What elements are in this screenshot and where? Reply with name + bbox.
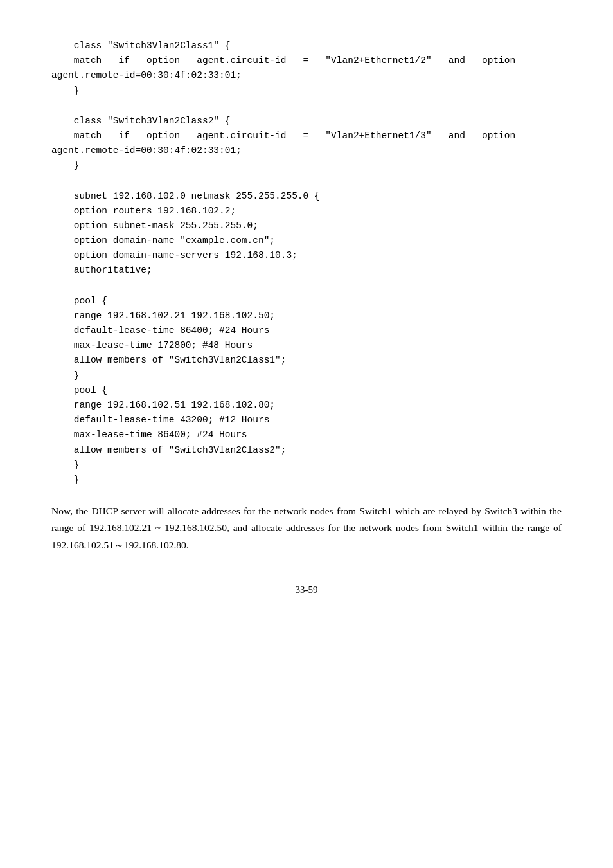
prose-text: Now, the DHCP server will allocate addre… — [51, 503, 562, 554]
code-section-3: subnet 192.168.102.0 netmask 255.255.255… — [51, 189, 562, 278]
prose-paragraph: Now, the DHCP server will allocate addre… — [51, 503, 562, 554]
code-section-4: pool { range 192.168.102.21 192.168.102.… — [51, 294, 562, 487]
code-block-2: class "Switch3Vlan2Class2" { match if op… — [51, 114, 562, 174]
page-footer: 33-59 — [51, 584, 562, 595]
code-block-3: subnet 192.168.102.0 netmask 255.255.255… — [51, 189, 562, 278]
code-block-1: class "Switch3Vlan2Class1" { match if op… — [51, 39, 562, 98]
code-section-2: class "Switch3Vlan2Class2" { match if op… — [51, 114, 562, 174]
code-block-4: pool { range 192.168.102.21 192.168.102.… — [51, 294, 562, 487]
code-section-1: class "Switch3Vlan2Class1" { match if op… — [51, 39, 562, 98]
page-number: 33-59 — [296, 584, 318, 595]
